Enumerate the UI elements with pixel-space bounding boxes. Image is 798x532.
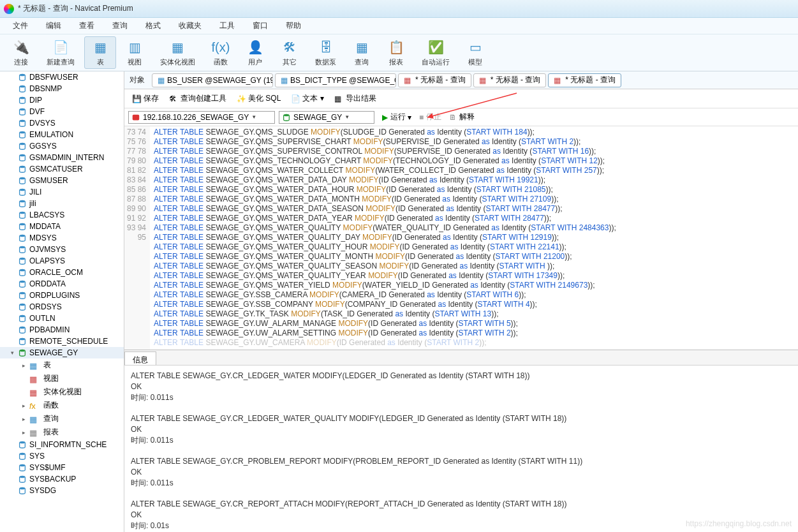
svg-point-2 (20, 97, 26, 100)
connect-button[interactable]: 🔌连接 (5, 36, 37, 69)
svg-point-14 (20, 235, 26, 237)
sql-editor[interactable]: 73 74 75 76 77 78 79 80 81 82 83 84 85 8… (124, 126, 798, 350)
db-item[interactable]: jili (0, 198, 124, 209)
db-item[interactable]: DVF (0, 106, 124, 117)
expand-icon[interactable]: ▸ (20, 403, 27, 409)
pump-button[interactable]: 🗄数据泵 (308, 36, 343, 69)
db-item[interactable]: SI_INFORMTN_SCHE (0, 439, 124, 450)
user-button[interactable]: 👤用户 (239, 36, 271, 69)
server-icon (131, 113, 140, 122)
function-button[interactable]: f(x)函数 (205, 36, 237, 69)
db-item[interactable]: DVSYS (0, 117, 124, 129)
info-tab[interactable]: 信息 (124, 351, 156, 365)
tree-fx[interactable]: ▸fx函数 (29, 399, 124, 412)
db-item[interactable]: DBSFWUSER (0, 71, 124, 83)
tree-report[interactable]: ▸▦报表 (29, 425, 124, 439)
beautify-button[interactable]: ✨美化 SQL (233, 93, 284, 104)
menu-文件[interactable]: 文件 (4, 20, 37, 31)
db-item[interactable]: SYSBACKUP (0, 473, 124, 485)
menu-查看[interactable]: 查看 (70, 20, 103, 31)
qt-label: 导出结果 (346, 93, 376, 104)
stop-button[interactable]: ■ 停止 (415, 112, 445, 122)
tab[interactable]: ▦* 无标题 - 查询 (548, 73, 621, 87)
db-item[interactable]: OLAPSYS (0, 255, 124, 267)
db-item[interactable]: GSMCATUSER (0, 163, 124, 175)
db-item[interactable]: PDBADMIN (0, 324, 124, 336)
results-panel: 信息 ALTER TABLE SEWAGE_GY.CR_LEDGER_WATER… (124, 350, 798, 532)
db-label: OLAPSYS (29, 256, 65, 265)
sidebar[interactable]: DBSFWUSERDBSNMPDIPDVFDVSYSEMULATIONGGSYS… (0, 71, 124, 532)
menu-收藏夹[interactable]: 收藏夹 (170, 20, 211, 31)
tree-label: 函数 (43, 400, 59, 411)
server-select[interactable]: 192.168.10.226_SEWAGE_GY ▼ (128, 111, 275, 124)
db-label: LBACSYS (29, 211, 64, 219)
db-item[interactable]: MDDATA (0, 221, 124, 232)
schema-select[interactable]: SEWAGE_GY ▼ (279, 111, 374, 124)
view-button[interactable]: ▥视图 (119, 36, 151, 69)
save-button[interactable]: 💾保存 (128, 93, 163, 104)
tab[interactable]: ▦* 无标题 - 查询 (473, 73, 547, 87)
db-item[interactable]: JILI (0, 186, 124, 198)
new-query-button[interactable]: 📄新建查询 (40, 36, 82, 69)
db-item[interactable]: OJVMSYS (0, 244, 124, 255)
db-label: SYSBACKUP (29, 475, 76, 484)
table-button[interactable]: ▦表 (84, 36, 116, 69)
db-item-selected[interactable]: ▾SEWAGE_GY (0, 347, 124, 358)
db-item[interactable]: MDSYS (0, 232, 124, 244)
menu-格式[interactable]: 格式 (137, 20, 170, 31)
db-item[interactable]: OUTLN (0, 313, 124, 324)
db-item[interactable]: SYS$UMF (0, 462, 124, 473)
expand-icon[interactable]: ▸ (20, 362, 27, 369)
tree-query[interactable]: ▸▦查询 (29, 412, 124, 425)
db-label: SEWAGE_GY (29, 348, 78, 357)
query-button[interactable]: ▦查询 (346, 36, 378, 69)
db-item[interactable]: GGSYS (0, 140, 124, 152)
menu-窗口[interactable]: 窗口 (244, 20, 277, 31)
menu-帮助[interactable]: 帮助 (277, 20, 310, 31)
code-area[interactable]: ALTER TABLE SEWAGE_GY.QMS_SLUDGE MODIFY(… (150, 126, 798, 350)
explain-button[interactable]: 🗎 解释 (445, 112, 478, 122)
tree-mview[interactable]: ▦实体化视图 (29, 385, 124, 399)
run-button[interactable]: ▶ 运行 ▾ (378, 112, 415, 122)
model-button[interactable]: ▭模型 (459, 36, 491, 69)
db-item[interactable]: GSMUSER (0, 175, 124, 186)
result-body[interactable]: ALTER TABLE SEWAGE_GY.CR_LEDGER_WATER MO… (124, 366, 798, 532)
expand-icon[interactable]: ▸ (20, 416, 27, 422)
db-item[interactable]: GSMADMIN_INTERN (0, 152, 124, 163)
db-item[interactable]: ORDPLUGINS (0, 290, 124, 301)
objects-label[interactable]: 对象 (124, 75, 150, 85)
tool-label: 新建查询 (47, 57, 75, 67)
tree-view[interactable]: ▦视图 (29, 372, 124, 385)
db-item[interactable]: DIP (0, 94, 124, 106)
auto-run-button[interactable]: ✅自动运行 (415, 36, 457, 69)
mview-button[interactable]: ▦实体化视图 (153, 36, 202, 69)
expand-icon[interactable]: ▾ (9, 350, 15, 356)
db-item[interactable]: SYS (0, 450, 124, 462)
menu-编辑[interactable]: 编辑 (37, 20, 70, 31)
db-item[interactable]: SYSDG (0, 485, 124, 496)
tool-label: 用户 (248, 57, 262, 67)
tab[interactable]: ▦BS_DICT_TYPE @SEWAGE_G... (275, 73, 396, 87)
text-button[interactable]: 📄文本 ▾ (287, 93, 327, 104)
db-item[interactable]: EMULATION (0, 129, 124, 140)
tab[interactable]: ▦BS_USER @SEWAGE_GY (19... (152, 73, 273, 87)
expand-icon[interactable]: ▸ (20, 429, 27, 436)
builder-button[interactable]: 🛠查询创建工具 (165, 93, 230, 104)
db-item[interactable]: LBACSYS (0, 209, 124, 221)
other-button[interactable]: 🛠其它 (274, 36, 306, 69)
export-button[interactable]: ▦导出结果 (330, 93, 380, 104)
db-item[interactable]: ORDSYS (0, 301, 124, 313)
db-item[interactable]: ORDDATA (0, 278, 124, 290)
db-label: GSMCATUSER (29, 165, 83, 174)
db-item[interactable]: DBSNMP (0, 83, 124, 94)
svg-point-24 (20, 350, 26, 352)
tree-table[interactable]: ▸▦表 (29, 358, 124, 372)
svg-point-15 (20, 246, 26, 249)
db-item[interactable]: REMOTE_SCHEDULE (0, 336, 124, 347)
menu-工具[interactable]: 工具 (211, 20, 244, 31)
menu-查询[interactable]: 查询 (103, 20, 137, 31)
tab[interactable]: ▦* 无标题 - 查询 (398, 73, 471, 87)
report-button[interactable]: 📋报表 (380, 36, 412, 69)
db-item[interactable]: ORACLE_OCM (0, 267, 124, 278)
table-icon: ▦ (158, 76, 165, 85)
